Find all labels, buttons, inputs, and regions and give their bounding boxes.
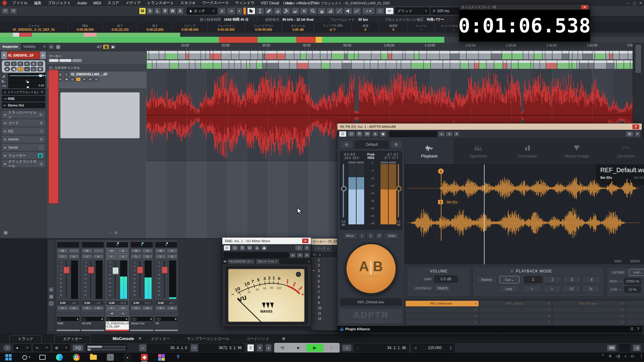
menu-トランスポート[interactable]: トランスポート [144, 0, 177, 6]
snap-onoff-icon[interactable]: ✂ [386, 8, 394, 14]
record-enable-button[interactable]: ● [4, 67, 10, 71]
pan-control[interactable] [82, 242, 104, 248]
playlist-cell-0-0[interactable]: REF_Default.wav≡ [406, 301, 479, 306]
playlist-cell-3-1[interactable]: ≡ [479, 319, 552, 325]
notification-corner[interactable]: ▕ [639, 354, 641, 358]
lowerzone-tab-エディター[interactable]: エディター [151, 336, 170, 342]
automation-mode-select[interactable]: ♞ タッチ▼ [187, 8, 217, 14]
channel-edit-button[interactable]: e [118, 254, 128, 259]
curve-tool-icon[interactable] [353, 8, 361, 14]
inspector-section-Inserts[interactable]: ▶Inserts⊖ [2, 136, 45, 143]
snap-cursor-icon[interactable]: ⇥ [227, 8, 235, 14]
playlist-menu-icon[interactable]: ≡ [622, 302, 624, 305]
loop-button[interactable]: Loop [499, 285, 519, 293]
infoline-4[interactable]: スナップ0:00:58.500 [173, 23, 208, 33]
track-preset-row[interactable]: ◇ トラックプリセットなし ↻ [2, 89, 45, 95]
reload-icon[interactable]: ↻ [41, 90, 44, 94]
fader-handle[interactable] [112, 267, 119, 275]
taskbar-explorer-icon[interactable] [89, 353, 97, 361]
infoline-9[interactable]: 移調0 [352, 23, 380, 33]
track-lane-icon[interactable]: ⊟ [94, 77, 99, 81]
fader-handle[interactable] [137, 266, 143, 274]
play-button[interactable]: ▶ [306, 344, 323, 352]
lowerzone-tab-サンプラーコントロール[interactable]: サンプラーコントロール [187, 336, 230, 342]
edit-channel-icon[interactable]: e [40, 52, 46, 59]
channel-edit-button[interactable]: e [93, 254, 104, 259]
playback-drag-icon[interactable]: ≡ [511, 269, 513, 273]
volume-value[interactable]: 0.00 [82, 301, 93, 304]
redo-icon[interactable]: ↷ [10, 8, 17, 14]
channel-read-button[interactable]: R [155, 306, 166, 310]
metricab-sidechain-icon[interactable]: ⊞ [625, 131, 634, 137]
channel-mode-l[interactable]: L [358, 232, 366, 239]
vu-window-close-icon[interactable]: ✕ [302, 239, 308, 243]
playlist-menu-icon[interactable]: ≡ [475, 302, 477, 305]
channel-record-icon[interactable]: ● [118, 311, 128, 315]
add-track-icon[interactable]: ＋ [48, 44, 54, 49]
zoom-tool-icon[interactable] [309, 8, 317, 14]
musical-mode-icon[interactable]: ♪ [18, 67, 23, 71]
playlist-menu-icon[interactable]: ≡ [548, 308, 550, 311]
playlist-menu-icon[interactable]: ≡ [548, 314, 550, 318]
snap-caret-icon[interactable]: ▼ [236, 8, 242, 14]
marker-id-column-header[interactable]: ID [313, 253, 316, 256]
menu-プロジェクト[interactable]: プロジェクト [45, 0, 74, 6]
channel-mode-mono[interactable]: Mono [343, 232, 358, 239]
meter-expand-icon[interactable]: ⧉ [340, 140, 353, 149]
line-tool-icon[interactable] [335, 8, 343, 14]
cue-button[interactable]: Cue⌄ [499, 276, 519, 283]
menu-ワークスペース[interactable]: ワークスペース [199, 0, 232, 6]
scrollbar-handle[interactable] [636, 45, 641, 73]
inspector-section-EQ[interactable]: ▶EQ◇ [2, 128, 45, 134]
volume-value[interactable]: 0.00 [131, 301, 142, 304]
marker-widget[interactable] [59, 59, 71, 62]
input-routing-row[interactable]: ⇥ RME [2, 96, 45, 101]
racks-sends-icon[interactable]: 🖵 [48, 301, 54, 306]
inspector-section-フェーダー[interactable]: ▶フェーダー▦ [2, 152, 45, 159]
infoline-10[interactable]: 微調整0 [380, 23, 408, 33]
infoline-7[interactable]: ボリューム0.00 dB [282, 23, 314, 33]
fader-handle[interactable] [161, 266, 168, 274]
track-filter-icon[interactable]: ▤ [55, 44, 61, 49]
taskbar-task-view-icon[interactable] [38, 353, 47, 361]
track-monitor-icon[interactable]: ◀ [64, 77, 69, 81]
infoline-value[interactable]: 0:01:22.155 [112, 28, 129, 31]
inspector-menu-icon[interactable]: ≡ [41, 44, 47, 49]
infoline-value[interactable]: - [453, 28, 454, 31]
channel-strip-ISA430[interactable]: MLe6051015203040000.00-ooRW◯2ISA430 [81, 241, 105, 332]
rewind-button[interactable]: Rewind [476, 276, 497, 283]
channel-edit-button[interactable]: e [142, 254, 153, 259]
racks-inserts-icon[interactable]: ⊖ [48, 294, 54, 299]
playback-mode-2[interactable]: 2 [543, 276, 562, 283]
pan-control[interactable]: C [106, 242, 128, 248]
track-read-button[interactable]: R [82, 77, 87, 81]
track-name[interactable]: 01_ENDSIVE...EF [8, 54, 34, 57]
playlist-cell-1-3[interactable]: ≡ [626, 307, 644, 313]
metricab-close-icon[interactable]: ✕ [632, 124, 639, 129]
editor-gear-icon[interactable]: ⚙ [114, 231, 118, 235]
playlist-cell-2-3[interactable]: ≡ [626, 313, 644, 319]
channel-solo-button[interactable]: S [142, 249, 153, 253]
taskbar-chrome-icon[interactable] [72, 353, 80, 361]
vu-preset-menu-icon[interactable]: ▼ [304, 253, 310, 258]
infoline-value[interactable]: 0:00:00.000 [218, 28, 235, 31]
racks-fader-icon[interactable]: ⫧ [48, 287, 54, 293]
pan-handle[interactable] [27, 81, 29, 83]
playlist-menu-icon[interactable]: ≡ [622, 314, 624, 318]
minimize-button[interactable]: ─ [627, 1, 630, 5]
tempo-display[interactable]: ♬ 120.000 ▲▼ [411, 344, 455, 352]
menu-ウィンドウ[interactable]: ウィンドウ [232, 0, 258, 6]
gain-fader-a[interactable] [343, 164, 344, 217]
inspector-section-クイックコントロール[interactable]: ▶クイックコントロール◎ [2, 160, 45, 167]
infoline-3[interactable]: 長さ0:00:22.655 [138, 23, 173, 33]
channel-mode-sides[interactable]: Sides [384, 232, 399, 239]
automation-s-button[interactable]: S [147, 8, 153, 14]
track-edit-icon[interactable]: e [70, 77, 75, 81]
playback-mode-4[interactable]: 4 [582, 276, 601, 283]
fader-track[interactable] [87, 260, 95, 300]
help-icon[interactable]: ? [637, 327, 639, 331]
taskbar-cubase-icon[interactable] [140, 353, 148, 361]
taskbar-launcher-icon[interactable] [157, 353, 165, 361]
metricab-ab-icon[interactable]: a [372, 131, 379, 137]
lane-display-icon[interactable]: ▯▯ [31, 67, 36, 71]
